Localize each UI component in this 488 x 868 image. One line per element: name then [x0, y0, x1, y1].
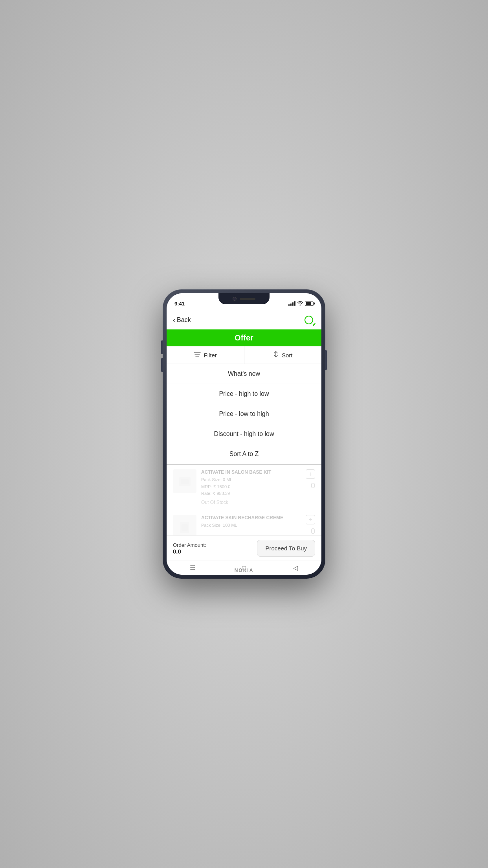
nav-bar: ‹ Back	[167, 311, 321, 329]
status-time: 9:41	[174, 301, 185, 307]
proceed-to-buy-button[interactable]: Proceed To Buy	[257, 540, 315, 557]
offer-header: Offer	[167, 329, 321, 346]
product-item: ACTIVATE SKIN RECHARGE CREME Pack Size: …	[167, 510, 321, 535]
sort-icon	[273, 351, 279, 359]
bottom-bar: Order Amount: 0.0 Proceed To Buy	[167, 535, 321, 561]
sort-options-list: What's new Price - high to low Price - l…	[167, 364, 321, 465]
sort-label: Sort	[282, 352, 293, 359]
status-icons	[288, 301, 314, 306]
back-label: Back	[177, 316, 191, 324]
product-name: ACTIVATE IN SALON BASE KIT	[201, 469, 299, 475]
product-details: ACTIVATE SKIN RECHARGE CREME Pack Size: …	[201, 515, 299, 529]
order-value: 0.0	[173, 548, 206, 555]
product-image	[173, 515, 196, 535]
status-bar: 9:41	[167, 293, 321, 311]
add-product-button[interactable]: +	[306, 469, 315, 479]
svg-rect-7	[182, 524, 188, 531]
sort-option-discount-high-low[interactable]: Discount - high to low	[167, 424, 321, 444]
product-qty: 0	[303, 527, 315, 535]
volume-up-button[interactable]	[161, 340, 163, 354]
order-label: Order Amount:	[173, 542, 206, 548]
camera	[233, 297, 237, 301]
product-image	[173, 469, 196, 493]
filter-sort-bar: Filter Sort	[167, 346, 321, 364]
notch	[218, 293, 270, 304]
back-button[interactable]: ‹ Back	[173, 316, 191, 324]
sort-option-a-to-z[interactable]: Sort A to Z	[167, 444, 321, 465]
wifi-icon	[297, 301, 303, 306]
back-nav-icon: ◁	[293, 564, 298, 572]
svg-rect-5	[181, 479, 189, 484]
phone-screen: 9:41	[167, 293, 321, 575]
speaker	[240, 298, 255, 300]
add-product-button[interactable]: +	[306, 515, 315, 524]
power-button[interactable]	[325, 350, 327, 370]
sort-option-price-high-low[interactable]: Price - high to low	[167, 384, 321, 404]
menu-nav-button[interactable]: ☰	[185, 563, 200, 574]
filter-button[interactable]: Filter	[167, 346, 244, 364]
back-arrow-icon: ‹	[173, 316, 175, 324]
phone-frame: 9:41	[163, 289, 325, 579]
product-name: ACTIVATE SKIN RECHARGE CREME	[201, 515, 299, 520]
app-content: ‹ Back Offer	[167, 311, 321, 575]
volume-down-button[interactable]	[161, 358, 163, 372]
product-qty: 0	[303, 481, 315, 490]
signal-icon	[288, 301, 295, 306]
sort-button[interactable]: Sort	[244, 346, 322, 364]
product-item: ACTIVATE IN SALON BASE KIT Pack Size: 0 …	[167, 465, 321, 510]
filter-label: Filter	[204, 352, 217, 359]
menu-icon: ☰	[190, 564, 195, 572]
sort-option-price-low-high[interactable]: Price - low to high	[167, 404, 321, 424]
product-list: ACTIVATE IN SALON BASE KIT Pack Size: 0 …	[167, 465, 321, 535]
product-mrp: MRP: ₹ 1500.0	[201, 484, 299, 491]
order-amount: Order Amount: 0.0	[173, 542, 206, 555]
offer-title: Offer	[235, 333, 253, 342]
product-details: ACTIVATE IN SALON BASE KIT Pack Size: 0 …	[201, 469, 299, 505]
product-pack-size: Pack Size: 0 ML	[201, 476, 299, 484]
search-icon	[305, 316, 313, 324]
sort-option-whats-new[interactable]: What's new	[167, 364, 321, 384]
back-nav-button[interactable]: ◁	[288, 563, 303, 574]
search-button[interactable]	[303, 314, 315, 326]
phone-brand: NOKIA	[235, 568, 254, 573]
battery-icon	[305, 302, 314, 306]
filter-icon	[194, 351, 201, 359]
product-rate: Rate: ₹ 953.39	[201, 490, 299, 497]
product-status: Out Of Stock	[201, 500, 299, 505]
product-pack-size: Pack Size: 100 ML	[201, 522, 299, 529]
